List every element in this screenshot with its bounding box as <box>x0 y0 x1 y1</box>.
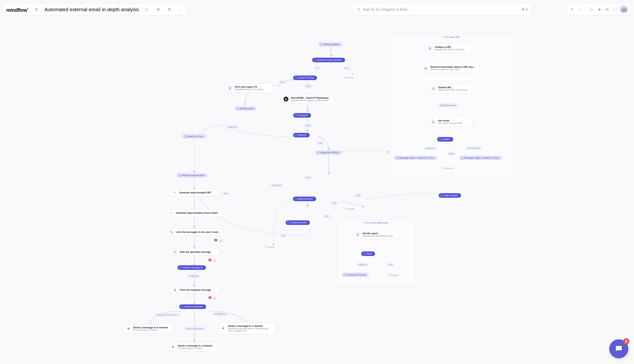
edge-label-clean: clean <box>447 152 456 155</box>
card-get-file-report[interactable]: Get file report Submit each attachment's… <box>353 230 399 239</box>
card-slack-1[interactable]: Sends a message to a channel. Post the r… <box>123 324 173 333</box>
card-title: Sends a message to a channel. <box>133 326 170 329</box>
error-count: 6 <box>212 259 218 262</box>
edge-label-no: no <box>314 66 321 70</box>
edge-label-confirmed: confirmed <box>187 274 200 278</box>
card-subtitle: Post the results on Slack. <box>133 329 170 331</box>
card-subtitle: Retrieve results for each URL. <box>430 68 476 70</box>
card-trash-message[interactable]: Trash the targeted message <box>170 286 219 294</box>
card-jwt[interactable]: Generate impersonated JWT <box>170 189 219 196</box>
node-email-own-domain[interactable]: email from own domain? <box>312 58 345 62</box>
node-success[interactable]: Success <box>343 207 358 211</box>
node-msg-output-b2-a[interactable]: Message output + branch2 is True. <box>394 156 437 160</box>
card-title: Gets the specified message <box>180 251 216 253</box>
card-subtitle: Submit each URL to URLScan. <box>438 89 469 91</box>
node-branch1-true[interactable]: branch1 is True. <box>182 134 207 139</box>
node-storing-output[interactable]: storing output <box>235 106 257 111</box>
card-subtitle: Notify the team that there is an email s… <box>228 327 272 332</box>
gcp-icon <box>172 190 177 195</box>
node-prepare-impersonation[interactable]: Prepare impersonation <box>177 173 208 178</box>
node-is-branch3-true[interactable]: is branch3 true? <box>286 220 310 225</box>
node-success[interactable]: Success <box>342 76 357 79</box>
group-title: For each attachment <box>367 222 388 224</box>
card-slack-3[interactable]: Sends a message to a channel. Notify the… <box>218 323 275 334</box>
edge-label-yes: yes <box>323 214 331 218</box>
card-subtitle: Submit either IP address to AbuseIPDB <box>291 99 331 102</box>
card-abuseipdb[interactable]: AbuseIPDB - Check IP Reputation Submit e… <box>281 94 334 104</box>
card-analyze-url[interactable]: Analyze a URL Submit each URL to VirusTo… <box>425 44 474 53</box>
card-slack-2[interactable]: Sends a message to a channel. Post the r… <box>168 342 217 352</box>
node-success[interactable]: Success <box>440 166 455 170</box>
node-check[interactable]: check <box>361 252 375 256</box>
card-list-messages[interactable]: Lists the messages in the user's mail... <box>166 229 223 236</box>
node-confirm-message-id[interactable]: confirm message ID <box>178 265 206 270</box>
edge-label-else: else <box>280 234 287 237</box>
edge-label-else: else <box>343 66 351 70</box>
urlscan-icon <box>431 119 436 124</box>
error-badge[interactable]: ! <box>209 296 212 299</box>
edge-label-yes: yes <box>222 192 229 195</box>
node-urls-question[interactable]: URL(s)? <box>293 133 310 138</box>
intercom-badge: 8 <box>623 338 629 345</box>
error-badge[interactable]: ! <box>214 238 217 242</box>
group-title: For each URL <box>446 36 460 38</box>
search-icon <box>169 230 174 234</box>
card-get-message[interactable]: Gets the specified message <box>170 248 219 256</box>
node-extract-urls[interactable]: Extract the URL(s) <box>315 150 342 155</box>
card-subtitle: Submit the IPv4 to VirusTotal. <box>235 88 269 90</box>
node-success[interactable]: Success <box>386 273 401 277</box>
edge-label-ip-mal: IP isMalicious <box>212 312 229 316</box>
card-title: Analyze a URL <box>435 46 471 48</box>
node-attachments-question[interactable]: attachment(s)? <box>293 196 316 201</box>
card-ipv4-scan[interactable]: IPv4 scan report V3 Submit the IPv4 to V… <box>225 84 273 92</box>
node-output-empty[interactable]: output empty? <box>439 193 461 198</box>
edge-label-malicious: malicious <box>226 125 239 129</box>
card-title: Get file report <box>362 232 396 235</box>
slack-icon <box>221 326 226 331</box>
node-ip-check[interactable]: IP check? <box>293 113 311 118</box>
card-title: Generate impersonated access token <box>176 212 220 214</box>
edges-layer <box>0 0 634 364</box>
node-set-branch3-true[interactable]: set branch3 to true <box>342 272 369 277</box>
error-count: 6 <box>212 297 218 300</box>
node-msg-output-b2-b[interactable]: Message output + branch2 is True. <box>459 156 502 160</box>
card-submit-url[interactable]: Submit URL Submit each URL to URLScan. <box>428 84 472 93</box>
gcp-icon <box>169 210 174 216</box>
edge-label-clean: clean <box>303 124 313 127</box>
card-subtitle: Submit each URL to VirusTotal <box>435 48 471 51</box>
node-success[interactable]: Success <box>263 245 278 249</box>
urlscan-icon <box>431 86 436 91</box>
chat-icon <box>614 344 623 353</box>
card-title: Lists the messages in the user's mail... <box>176 231 220 234</box>
node-wait-20s[interactable]: Wait 20 seconds <box>438 104 458 107</box>
edge-label-not-empty: not empty <box>270 184 283 187</box>
card-access-token[interactable]: Generate impersonated access token <box>166 210 223 216</box>
card-title: Trash the targeted message <box>180 289 216 291</box>
card-get-result[interactable]: Get result Get reports on each URL. <box>428 117 472 126</box>
card-title: Generate impersonated JWT <box>179 191 216 194</box>
edge-label-attach-mal: Attachment is malicio... <box>155 313 181 316</box>
virustotal-icon <box>423 66 428 70</box>
slack-icon <box>171 344 176 350</box>
card-retrieve-url[interactable]: Retrieve information about a URL ana... … <box>421 64 480 73</box>
edge-label-else: else <box>304 176 312 179</box>
error-badge[interactable]: ! <box>209 258 212 262</box>
edge-label-url: URL <box>316 141 325 144</box>
flow-canvas[interactable]: setting variables email from own domain?… <box>0 0 634 364</box>
node-verdict[interactable]: Verdict? <box>437 137 453 142</box>
node-check-ip-format[interactable]: check IP format <box>293 76 317 80</box>
node-setting-variables[interactable]: setting variables <box>318 42 343 47</box>
virustotal-icon <box>428 46 432 51</box>
virustotal-icon <box>228 86 233 90</box>
card-title: Sends a message to a channel. <box>178 344 214 347</box>
card-title: AbuseIPDB - Check IP Reputation <box>291 96 331 99</box>
card-title: Retrieve information about a URL ana... <box>430 66 476 68</box>
edge-label-malicious: malicious <box>356 263 369 266</box>
virustotal-icon <box>355 232 360 237</box>
search-icon <box>172 250 177 254</box>
intercom-launcher[interactable]: 8 <box>609 339 628 358</box>
card-title: IPv4 scan report V3 <box>235 86 269 88</box>
node-choose-notification[interactable]: choose notification <box>179 304 206 309</box>
card-subtitle: Get reports on each URL. <box>438 122 469 124</box>
card-title: Submit URL <box>438 86 469 89</box>
